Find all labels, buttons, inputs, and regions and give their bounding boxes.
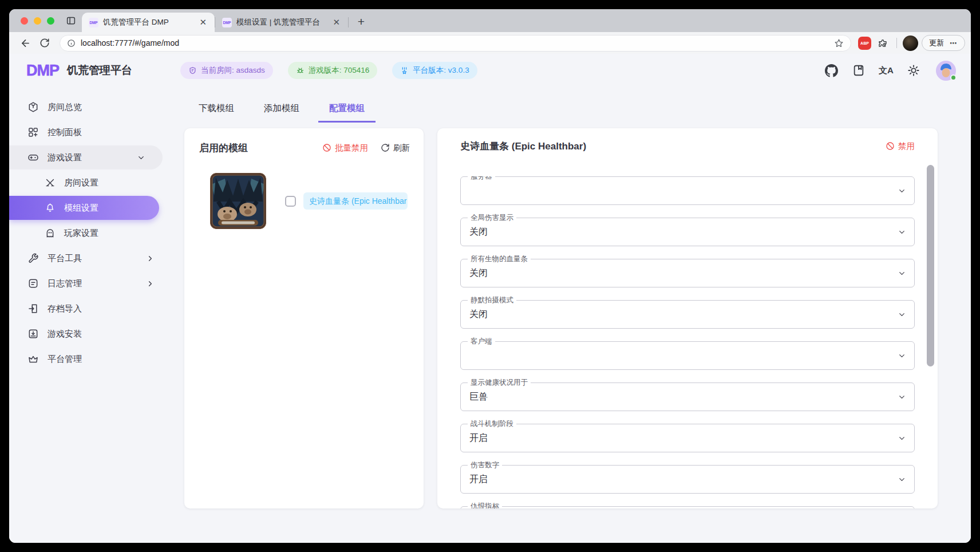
translate-icon[interactable]: 文A	[876, 61, 896, 80]
select-combat-mechanic-phase[interactable]: 战斗机制阶段 开启	[460, 424, 915, 452]
adblock-extension-icon[interactable]: ABP	[858, 37, 871, 50]
sidebar-item-room-overview[interactable]: 房间总览	[9, 95, 172, 119]
batch-disable-button[interactable]: 批量禁用	[322, 143, 368, 153]
cards-row: 启用的模组 批量禁用 刷新	[172, 123, 971, 508]
docs-book-icon[interactable]	[849, 61, 868, 80]
select-all-creatures-healthbar[interactable]: 所有生物的血量条 关闭	[460, 259, 915, 287]
chevron-down-icon	[898, 228, 906, 236]
tab-overview-icon[interactable]	[64, 13, 78, 28]
mod-config-header: 史诗血量条 (Epic Healthbar) 禁用	[460, 128, 915, 164]
mod-tabs: 下载模组 添加模组 配置模组	[172, 96, 971, 123]
select-silent-capture-mode[interactable]: 静默拍摄模式 关闭	[460, 300, 915, 329]
sidebar-label: 游戏设置	[48, 152, 128, 163]
sidebar-label: 玩家设置	[64, 228, 172, 239]
update-label: 更新	[929, 38, 944, 48]
user-avatar[interactable]	[936, 61, 956, 81]
new-tab-button[interactable]: +	[353, 14, 369, 30]
browser-toolbar: localhost:7777/#/game/mod ABP 更新 ⋯	[9, 32, 971, 54]
browser-profile-avatar[interactable]	[903, 36, 918, 51]
github-glyph	[825, 64, 838, 77]
window-controls	[9, 9, 62, 32]
url-text[interactable]: localhost:7777/#/game/mod	[81, 38, 829, 48]
sun-glyph	[907, 64, 920, 77]
close-window-button[interactable]	[21, 17, 28, 25]
sidebar-label: 游戏安装	[48, 329, 172, 340]
game-version-badge: 游戏版本: 705416	[288, 62, 378, 79]
scrollbar-thumb[interactable]	[927, 165, 934, 366]
sidebar-item-mod-settings[interactable]: 模组设置	[9, 196, 159, 220]
field-label: 显示健康状况用于	[468, 378, 531, 388]
crown-icon	[27, 353, 39, 365]
gamepad-icon	[27, 152, 39, 163]
tab-configure-mods[interactable]: 配置模组	[318, 96, 376, 123]
select-aggro-indicator-clipped[interactable]: 仇恨指标	[460, 506, 915, 508]
field-label: 战斗机制阶段	[468, 419, 516, 429]
chevron-right-icon	[146, 279, 155, 288]
select-server[interactable]: 服务器	[460, 176, 915, 205]
select-damage-numbers[interactable]: 伤害数字 开启	[460, 465, 915, 494]
sidebar-item-platform-tools[interactable]: 平台工具	[9, 246, 172, 270]
platform-version-badge: 平台版本: v3.0.3	[392, 62, 477, 79]
chevron-right-icon	[146, 254, 155, 263]
disable-mod-button[interactable]: 禁用	[886, 141, 915, 152]
browser-window: DMP 饥荒管理平台 DMP ✕ DMP 模组设置 | 饥荒管理平台 ✕ + l…	[9, 9, 971, 543]
book-glyph	[852, 64, 865, 77]
log-file-icon	[27, 278, 39, 289]
address-bar[interactable]: localhost:7777/#/game/mod	[60, 35, 851, 52]
sidebar-label: 平台管理	[48, 354, 172, 365]
sidebar-item-control-panel[interactable]: 控制面板	[9, 120, 172, 144]
sidebar-item-room-settings[interactable]: 房间设置	[9, 171, 172, 195]
browser-tab-active[interactable]: DMP 饥荒管理平台 DMP ✕	[82, 13, 215, 32]
toolbar-divider	[896, 38, 897, 48]
sidebar-item-player-settings[interactable]: 玩家设置	[9, 221, 172, 245]
back-button[interactable]	[17, 35, 33, 51]
tab-separator	[348, 17, 349, 27]
extensions-puzzle-icon[interactable]	[875, 35, 891, 51]
field-label: 客户端	[468, 337, 495, 346]
select-global-damage-display[interactable]: 全局伤害显示 关闭	[460, 218, 915, 246]
browser-update-menu[interactable]: 更新 ⋯	[922, 35, 965, 51]
sidebar-item-game-settings[interactable]: 游戏设置	[9, 145, 163, 169]
theme-sun-icon[interactable]	[904, 61, 923, 80]
sidebar-item-game-install[interactable]: 游戏安装	[9, 322, 172, 346]
enabled-mods-title: 启用的模组	[199, 141, 322, 155]
enabled-mods-header: 启用的模组 批量禁用 刷新	[184, 128, 424, 164]
select-client[interactable]: 客户端	[460, 341, 915, 370]
sidebar-item-log-management[interactable]: 日志管理	[9, 271, 172, 295]
wrench-icon	[27, 253, 39, 264]
bookmark-star-icon[interactable]	[834, 38, 844, 48]
field-label: 服务器	[468, 176, 495, 182]
select-show-health-for[interactable]: 显示健康状况用于 巨兽	[460, 383, 915, 411]
tab-add-mods[interactable]: 添加模组	[253, 96, 310, 123]
close-tab-icon[interactable]: ✕	[197, 17, 209, 27]
field-label: 所有生物的血量条	[468, 254, 531, 264]
import-icon	[27, 303, 39, 314]
app-body: 房间总览 控制面板 游戏设置 房间设置 模组设置	[9, 87, 971, 543]
back-arrow-icon	[20, 38, 31, 49]
dmp-logo[interactable]: DMP	[26, 62, 59, 80]
github-icon[interactable]	[821, 61, 841, 80]
install-icon	[27, 328, 39, 340]
field-value: 开启	[461, 424, 914, 452]
tab-title: 饥荒管理平台 DMP	[103, 17, 192, 27]
batch-disable-label: 批量禁用	[335, 143, 368, 153]
browser-tab-inactive[interactable]: DMP 模组设置 | 饥荒管理平台 ✕	[215, 13, 348, 32]
menu-dots-icon[interactable]: ⋯	[950, 39, 958, 48]
sidebar-item-platform-management[interactable]: 平台管理	[9, 347, 172, 371]
current-room-badge: 当前房间: asdasds	[180, 62, 273, 79]
refresh-button[interactable]: 刷新	[381, 143, 410, 153]
translate-glyph: 文A	[879, 65, 894, 76]
minimize-window-button[interactable]	[34, 17, 41, 25]
zoom-window-button[interactable]	[47, 17, 54, 25]
tab-download-mods[interactable]: 下载模组	[188, 96, 245, 123]
tab-title: 模组设置 | 饥荒管理平台	[236, 17, 326, 27]
reload-button[interactable]	[37, 35, 53, 51]
sidebar-label: 日志管理	[48, 278, 137, 289]
field-label: 伤害数字	[468, 460, 502, 470]
puzzle-glyph	[878, 38, 888, 48]
disable-label: 禁用	[898, 141, 915, 152]
close-tab-icon[interactable]: ✕	[330, 17, 342, 27]
sidebar-item-save-import[interactable]: 存档导入	[9, 297, 172, 321]
mod-name-chip[interactable]: 史诗血量条 (Epic Healthbar	[303, 192, 408, 210]
mod-checkbox[interactable]	[285, 196, 296, 207]
